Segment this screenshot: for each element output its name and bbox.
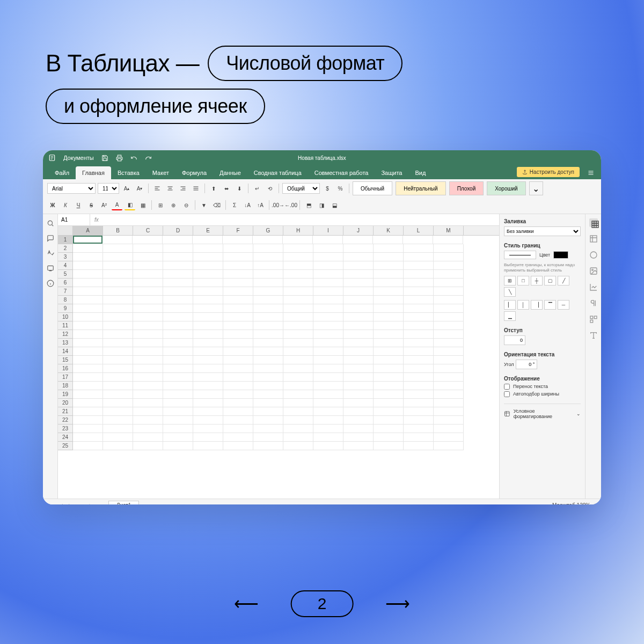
valign-middle-icon[interactable]: ⬌ bbox=[221, 183, 232, 194]
cell[interactable] bbox=[193, 373, 223, 382]
cell[interactable] bbox=[73, 330, 103, 339]
cell[interactable] bbox=[253, 270, 283, 279]
sort-asc-icon[interactable]: ↓A bbox=[242, 200, 253, 210]
row-header[interactable]: 24 bbox=[58, 433, 73, 442]
cell[interactable] bbox=[313, 390, 343, 399]
cell[interactable] bbox=[133, 287, 163, 296]
cell[interactable] bbox=[434, 356, 464, 364]
pivot-icon[interactable] bbox=[589, 315, 598, 324]
chart-icon[interactable] bbox=[589, 283, 598, 291]
redo-icon[interactable] bbox=[145, 155, 152, 162]
print-icon[interactable] bbox=[116, 155, 123, 162]
decimal-inc-icon[interactable]: .00→ bbox=[273, 200, 283, 210]
cell[interactable] bbox=[313, 287, 343, 296]
cell[interactable] bbox=[313, 313, 343, 321]
grid[interactable]: ABCDEFGHIJKLM 12345678910111213141516171… bbox=[58, 226, 499, 499]
cell[interactable] bbox=[163, 261, 193, 270]
share-button[interactable]: Настроить доступ bbox=[517, 167, 580, 177]
cell[interactable] bbox=[404, 373, 434, 382]
cell[interactable] bbox=[404, 433, 434, 442]
cell[interactable] bbox=[343, 382, 374, 390]
cell-settings-icon[interactable] bbox=[589, 218, 598, 227]
cell[interactable] bbox=[163, 313, 193, 321]
cell[interactable] bbox=[313, 442, 343, 450]
cell[interactable] bbox=[223, 296, 253, 304]
cell[interactable] bbox=[374, 373, 404, 382]
cell[interactable] bbox=[313, 356, 343, 364]
menu-formula[interactable]: Формула bbox=[175, 166, 213, 179]
delete-row-icon[interactable]: ⬓ bbox=[329, 200, 340, 210]
cell[interactable] bbox=[133, 279, 163, 287]
cell[interactable] bbox=[193, 347, 223, 356]
cell[interactable] bbox=[253, 244, 283, 253]
menu-view[interactable]: Вид bbox=[408, 166, 432, 179]
cell[interactable] bbox=[73, 244, 103, 253]
valign-bottom-icon[interactable]: ⬇ bbox=[234, 183, 245, 194]
insert-cells-icon[interactable]: ⊕ bbox=[168, 200, 179, 210]
cell[interactable] bbox=[193, 236, 223, 244]
cell[interactable] bbox=[133, 382, 163, 390]
row-header[interactable]: 19 bbox=[58, 390, 73, 399]
comments-icon[interactable] bbox=[47, 235, 54, 242]
cell[interactable] bbox=[343, 347, 374, 356]
cell[interactable] bbox=[283, 330, 313, 339]
row-header[interactable]: 14 bbox=[58, 347, 73, 356]
cell[interactable] bbox=[374, 442, 404, 450]
cell[interactable] bbox=[404, 390, 434, 399]
cell[interactable] bbox=[163, 390, 193, 399]
cell[interactable] bbox=[193, 364, 223, 373]
strike-button[interactable]: Ꞩ bbox=[86, 200, 97, 210]
menu-protect[interactable]: Защита bbox=[375, 166, 408, 179]
col-header[interactable]: J bbox=[343, 226, 374, 235]
insert-row-icon[interactable]: ⬒ bbox=[303, 200, 314, 210]
cell[interactable] bbox=[343, 321, 374, 330]
cell[interactable] bbox=[313, 321, 343, 330]
cond-format-label[interactable]: Условное форматирование bbox=[514, 408, 573, 419]
cell[interactable] bbox=[283, 270, 313, 279]
cell[interactable] bbox=[253, 261, 283, 270]
underline-button[interactable]: Ч bbox=[73, 200, 84, 210]
cell[interactable] bbox=[103, 304, 133, 313]
cell[interactable] bbox=[103, 261, 133, 270]
cell[interactable] bbox=[73, 407, 103, 416]
cell[interactable] bbox=[374, 356, 404, 364]
cell[interactable] bbox=[103, 279, 133, 287]
cell[interactable] bbox=[313, 399, 343, 407]
cell[interactable] bbox=[103, 270, 133, 279]
indent-input[interactable] bbox=[504, 335, 525, 345]
cell[interactable] bbox=[73, 382, 103, 390]
row-header[interactable]: 21 bbox=[58, 407, 73, 416]
cell[interactable] bbox=[343, 425, 374, 433]
cell[interactable] bbox=[103, 330, 133, 339]
cell[interactable] bbox=[163, 347, 193, 356]
add-sheet-icon[interactable]: + bbox=[86, 502, 93, 505]
row-header[interactable]: 7 bbox=[58, 287, 73, 296]
cell[interactable] bbox=[374, 382, 404, 390]
border-diag-up-icon[interactable]: ╱ bbox=[558, 276, 569, 286]
wrap-checkbox[interactable]: Перенос текста bbox=[504, 384, 581, 390]
cell[interactable] bbox=[313, 433, 343, 442]
cell[interactable] bbox=[73, 321, 103, 330]
cell[interactable] bbox=[404, 244, 434, 253]
cell[interactable] bbox=[374, 364, 404, 373]
cell[interactable] bbox=[313, 261, 343, 270]
cell[interactable] bbox=[283, 261, 313, 270]
cell[interactable] bbox=[103, 347, 133, 356]
cell[interactable] bbox=[434, 382, 464, 390]
cell[interactable] bbox=[193, 390, 223, 399]
cell[interactable] bbox=[73, 356, 103, 364]
cell[interactable] bbox=[404, 304, 434, 313]
cell[interactable] bbox=[73, 373, 103, 382]
cell[interactable] bbox=[223, 270, 253, 279]
cell[interactable] bbox=[133, 296, 163, 304]
chevron-down-icon[interactable]: ⌄ bbox=[576, 411, 581, 416]
save-icon[interactable] bbox=[101, 155, 108, 162]
percent-icon[interactable]: % bbox=[335, 183, 346, 194]
delete-cells-icon[interactable]: ⊖ bbox=[181, 200, 192, 210]
cell[interactable] bbox=[313, 270, 343, 279]
number-format-select[interactable]: Общий bbox=[282, 183, 320, 194]
cell[interactable] bbox=[283, 416, 313, 425]
row-header[interactable]: 23 bbox=[58, 425, 73, 433]
cell[interactable] bbox=[404, 261, 434, 270]
cell[interactable] bbox=[404, 287, 434, 296]
